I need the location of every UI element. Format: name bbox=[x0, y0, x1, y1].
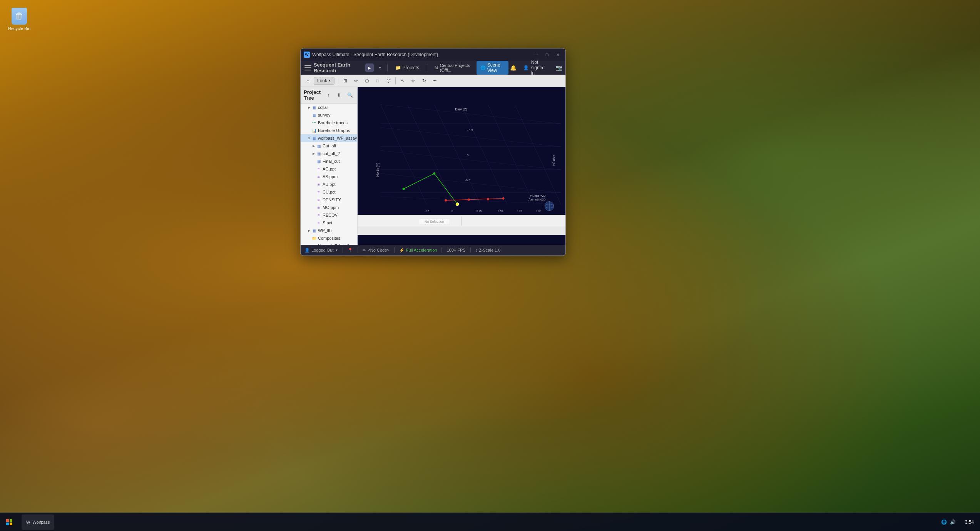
central-label: Central Projects (Offi... bbox=[440, 63, 472, 72]
data-icon: ≡ bbox=[316, 220, 321, 225]
cursor-button[interactable]: ↖ bbox=[398, 76, 408, 85]
scene-view-button[interactable]: 🌐 Scene View bbox=[477, 61, 508, 75]
svg-point-20 bbox=[433, 172, 435, 175]
svg-text:0: 0 bbox=[467, 154, 469, 157]
tree-item-final-cut[interactable]: ▦ Final_cut bbox=[301, 157, 357, 165]
windows-logo-icon bbox=[6, 519, 12, 525]
scene-view[interactable]: Elev (Z) North (Y) East (X) +0.5 0 -0.5 … bbox=[358, 87, 565, 245]
play-dropdown-button[interactable]: ▼ bbox=[377, 63, 383, 72]
data-icon: ≡ bbox=[316, 197, 321, 202]
svg-rect-50 bbox=[6, 519, 9, 522]
tree-item-au-ppt[interactable]: ≡ AU.ppt bbox=[301, 180, 357, 188]
arrow-icon: ▶ bbox=[307, 228, 311, 233]
app-label: Wolfpass bbox=[32, 520, 50, 524]
pen-button[interactable]: ✒ bbox=[430, 76, 440, 85]
arrow-icon bbox=[311, 197, 316, 202]
tree-item-cut-off-2[interactable]: ▶ ▦ cut_off_2 bbox=[301, 150, 357, 157]
tree-item-borehole-graphs[interactable]: 📊 Borehole Graphs bbox=[301, 127, 357, 134]
arrow-icon: ▼ bbox=[307, 136, 311, 140]
status-chevron-icon: ▼ bbox=[335, 249, 338, 252]
tree-item-ag-ppt[interactable]: ≡ AG.ppt bbox=[301, 165, 357, 173]
svg-text:East (X): East (X) bbox=[552, 155, 556, 166]
taskbar-app-wolfpass[interactable]: W Wolfpass bbox=[22, 514, 54, 530]
status-sep-1 bbox=[343, 247, 343, 253]
screenshot-button[interactable]: 📷 bbox=[555, 63, 562, 72]
look-chevron-icon: ▼ bbox=[328, 79, 331, 82]
arrow-icon bbox=[311, 220, 316, 225]
z-scale-icon: ↕ bbox=[475, 248, 478, 252]
svg-text:Azimuth 030: Azimuth 030 bbox=[528, 198, 546, 201]
toolbar-separator-1 bbox=[338, 77, 338, 84]
tree-item-s-pct[interactable]: ≡ S.pct bbox=[301, 219, 357, 227]
projects-label: Projects bbox=[403, 65, 419, 70]
svg-text:North (Y): North (Y) bbox=[376, 163, 380, 177]
menu-bar: Seequent Earth Research ▶ ▼ 📁 Projects 🏛… bbox=[301, 61, 565, 75]
window-controls: ─ □ ✕ bbox=[532, 51, 562, 58]
tree-item-recov[interactable]: ≡ RECOV bbox=[301, 211, 357, 219]
network-icon: 🌐 bbox=[941, 519, 947, 525]
data-icon: ≡ bbox=[316, 212, 321, 218]
cursor-icon: ↖ bbox=[401, 78, 405, 83]
tree-item-label: MO.ppm bbox=[323, 205, 339, 210]
code-icon: ✏ bbox=[363, 248, 366, 253]
tree-item-merged-table[interactable]: ▼ ▦ Merged_Table_2 bbox=[301, 242, 357, 245]
svg-text:No Selection: No Selection bbox=[425, 220, 444, 224]
minimize-button[interactable]: ─ bbox=[532, 51, 541, 58]
tree-item-survey[interactable]: ▦ survey bbox=[301, 111, 357, 119]
tree-item-label: DENSITY bbox=[323, 197, 341, 202]
tree-item-label: wolfpass_WP_assay bbox=[318, 136, 357, 140]
central-projects-button[interactable]: 🏛 Central Projects (Offi... bbox=[431, 62, 475, 74]
tree-item-composites[interactable]: 📁 Composites bbox=[301, 234, 357, 242]
maximize-button[interactable]: □ bbox=[542, 51, 552, 58]
arrow-icon: ▶ bbox=[311, 151, 316, 156]
svg-text:0.50: 0.50 bbox=[498, 210, 503, 212]
tree-item-cu-pct[interactable]: ≡ CU.pct bbox=[301, 188, 357, 196]
hamburger-menu-button[interactable] bbox=[304, 62, 312, 73]
svg-text:+0.5: +0.5 bbox=[467, 129, 473, 132]
recycle-bin-icon[interactable]: 🗑 Recycle Bin bbox=[8, 8, 31, 31]
draw-button[interactable]: ✏ bbox=[351, 76, 361, 85]
tree-item-cut-off[interactable]: ▶ ▦ Cut_off bbox=[301, 142, 357, 150]
play-button[interactable]: ▶ bbox=[365, 63, 374, 72]
edit-button[interactable]: ✏ bbox=[408, 76, 418, 85]
tree-item-wolfpass-assay[interactable]: ▼ ▦ wolfpass_WP_assay bbox=[301, 134, 357, 142]
home-toolbar-button[interactable]: ⌂ bbox=[303, 76, 313, 85]
data-icon: ≡ bbox=[316, 182, 321, 187]
logged-out-status[interactable]: 👤 Logged Out ▼ bbox=[304, 248, 338, 253]
projects-button[interactable]: 📁 Projects bbox=[391, 63, 423, 72]
status-sep-3 bbox=[394, 247, 395, 253]
scene-icon: 🌐 bbox=[480, 65, 486, 70]
grid-icon: ▦ bbox=[311, 112, 317, 118]
sound-icon: 🔊 bbox=[950, 519, 956, 525]
data-icon: ≡ bbox=[316, 189, 321, 195]
start-button[interactable] bbox=[0, 513, 18, 531]
tree-item-collar[interactable]: ▶ ▦ collar bbox=[301, 104, 357, 111]
edit-icon: ✏ bbox=[411, 78, 415, 83]
tree-item-wp-lth[interactable]: ▶ ▦ WP_lth bbox=[301, 227, 357, 234]
toolbar-separator-2 bbox=[395, 77, 396, 84]
rect-icon: □ bbox=[376, 78, 379, 83]
close-button[interactable]: ✕ bbox=[553, 51, 562, 58]
grid-icon: ▦ bbox=[311, 105, 317, 110]
tree-item-borehole-traces[interactable]: 〜 Borehole traces bbox=[301, 119, 357, 127]
tree-up-button[interactable]: ↑ bbox=[324, 91, 333, 99]
app-window: W Wolfpass Ultimate - Seequent Earth Res… bbox=[300, 48, 566, 256]
hex2-button[interactable]: ⬡ bbox=[383, 76, 393, 85]
tree-search-button[interactable]: 🔍 bbox=[346, 91, 354, 99]
grid-icon: ▦ bbox=[311, 135, 317, 141]
taskbar-tray: 🌐 🔊 bbox=[938, 519, 959, 525]
tree-item-label: Final_cut bbox=[323, 159, 340, 164]
svg-rect-53 bbox=[10, 523, 12, 525]
toolbar: ⌂ Look ▼ ⊞ ✏ ⬡ □ ⬡ ↖ bbox=[301, 75, 565, 87]
tree-item-mo-ppm[interactable]: ≡ MO.ppm bbox=[301, 204, 357, 211]
rectangle-button[interactable]: □ bbox=[373, 76, 383, 85]
notifications-button[interactable]: 🔔 bbox=[510, 63, 517, 72]
scene-grid: Elev (Z) North (Y) East (X) +0.5 0 -0.5 … bbox=[358, 87, 565, 245]
view-toggle-button[interactable]: ⊞ bbox=[340, 76, 350, 85]
rotate-button[interactable]: ↻ bbox=[419, 76, 429, 85]
tree-pause-button[interactable]: ⏸ bbox=[335, 91, 343, 99]
tree-item-as-ppm[interactable]: ≡ AS.ppm bbox=[301, 173, 357, 180]
look-dropdown-button[interactable]: Look ▼ bbox=[314, 77, 334, 85]
tree-item-density[interactable]: ≡ DENSITY bbox=[301, 196, 357, 204]
shape-button[interactable]: ⬡ bbox=[362, 76, 372, 85]
